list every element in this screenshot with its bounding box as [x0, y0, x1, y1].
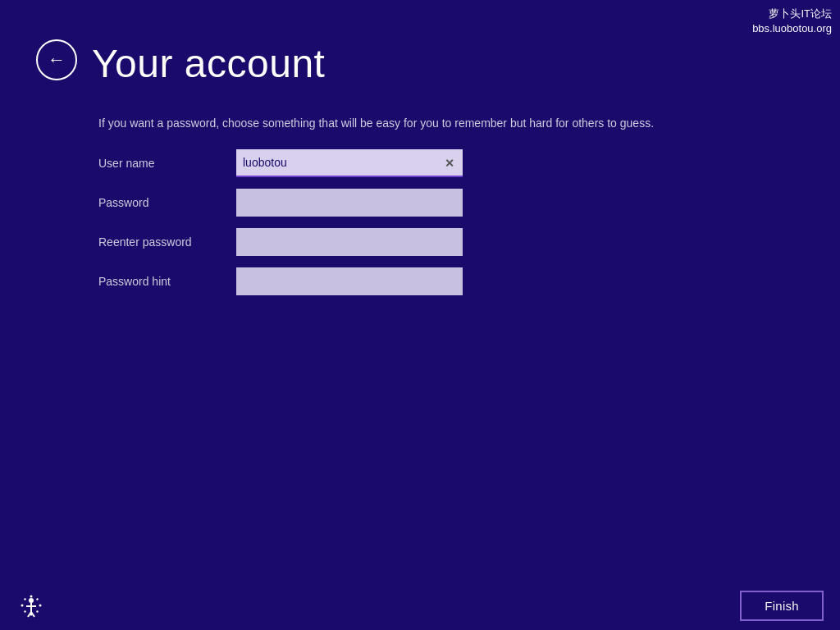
- reenter-password-row: Reenter password: [98, 222, 463, 262]
- username-clear-button[interactable]: ✕: [441, 155, 458, 171]
- svg-point-10: [36, 598, 38, 600]
- password-hint-input[interactable]: [236, 267, 463, 295]
- password-hint-input-wrapper: [236, 267, 463, 295]
- watermark: 萝卜头IT论坛 bbs.luobotou.org: [752, 7, 832, 36]
- username-input-wrapper: ✕: [236, 149, 463, 177]
- bottom-bar: Finish: [0, 581, 840, 630]
- password-row: Password: [98, 183, 463, 222]
- svg-point-7: [21, 605, 24, 607]
- watermark-line1: 萝卜头IT论坛: [752, 7, 832, 21]
- svg-point-6: [30, 614, 33, 616]
- accessibility-svg: [18, 592, 44, 619]
- page-description: If you want a password, choose something…: [98, 116, 654, 130]
- svg-point-0: [29, 598, 34, 603]
- back-arrow-icon: ←: [48, 51, 66, 69]
- password-hint-label: Password hint: [98, 275, 236, 288]
- username-row: User name ✕: [98, 144, 463, 183]
- reenter-password-input[interactable]: [236, 228, 463, 256]
- password-input[interactable]: [236, 189, 463, 217]
- username-input[interactable]: [236, 149, 463, 177]
- back-button[interactable]: ←: [36, 39, 77, 80]
- page-title: Your account: [92, 41, 325, 86]
- svg-point-9: [24, 598, 25, 600]
- password-hint-row: Password hint: [98, 262, 463, 301]
- watermark-line2: bbs.luobotou.org: [752, 21, 832, 36]
- finish-button[interactable]: Finish: [740, 591, 824, 621]
- accessibility-icon[interactable]: [16, 591, 46, 620]
- reenter-password-label: Reenter password: [98, 235, 236, 249]
- svg-point-12: [36, 610, 38, 612]
- svg-point-5: [30, 596, 33, 598]
- account-form: User name ✕ Password Reenter password Pa…: [98, 144, 463, 301]
- username-label: User name: [98, 157, 236, 170]
- svg-point-11: [24, 610, 25, 612]
- password-label: Password: [98, 196, 236, 209]
- reenter-password-input-wrapper: [236, 228, 463, 256]
- password-input-wrapper: [236, 189, 463, 217]
- svg-point-8: [39, 605, 42, 607]
